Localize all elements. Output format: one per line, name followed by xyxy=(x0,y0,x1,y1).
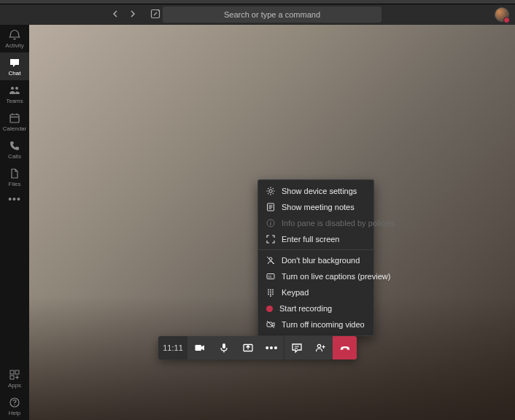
camera-icon xyxy=(194,342,206,354)
menu-keypad[interactable]: Keypad xyxy=(258,284,373,300)
svg-point-39 xyxy=(270,294,271,295)
record-icon xyxy=(266,306,273,312)
toggle-mic-button[interactable] xyxy=(212,336,236,359)
menu-fullscreen[interactable]: Enter full screen xyxy=(258,231,373,247)
menu-blur-background[interactable]: Don't blur background xyxy=(258,252,373,268)
title-bar: Search or type a command xyxy=(0,4,515,25)
nav-forward-button[interactable] xyxy=(127,10,139,19)
rail-apps[interactable]: Apps xyxy=(0,365,29,392)
more-icon: ••• xyxy=(0,195,29,203)
menu-separator xyxy=(258,249,373,250)
menu-label: Enter full screen xyxy=(282,235,339,244)
svg-line-18 xyxy=(273,193,274,194)
menu-start-recording[interactable]: Start recording xyxy=(258,300,373,316)
call-duration: 11:11 xyxy=(158,336,187,359)
menu-incoming-video[interactable]: Turn off incoming video xyxy=(258,316,373,332)
menu-live-captions[interactable]: cc Turn on live captions (preview) xyxy=(258,268,373,284)
video-off-icon xyxy=(266,320,275,329)
search-input[interactable]: Search or type a command xyxy=(163,7,382,23)
rail-help[interactable]: Help xyxy=(0,392,29,420)
menu-info-pane-disabled: Info pane is disabled by policies xyxy=(258,215,373,231)
svg-line-17 xyxy=(268,188,268,189)
rail-teams[interactable]: Teams xyxy=(0,80,29,108)
menu-label: Start recording xyxy=(279,304,332,313)
more-actions-button[interactable]: ••• xyxy=(260,336,284,359)
chat-icon xyxy=(291,342,303,354)
rail-label: Apps xyxy=(8,382,21,389)
app-rail: Activity Chat Teams Calendar Calls Files… xyxy=(0,25,29,420)
notes-icon xyxy=(266,203,275,211)
menu-device-settings[interactable]: Show device settings xyxy=(258,183,373,199)
show-conversation-button[interactable] xyxy=(284,336,309,359)
menu-label: Don't blur background xyxy=(282,256,360,265)
rail-activity[interactable]: Activity xyxy=(0,25,29,52)
fullscreen-icon xyxy=(266,235,275,244)
rail-label: Files xyxy=(9,181,21,187)
hangup-button[interactable] xyxy=(333,336,357,359)
svg-point-26 xyxy=(270,221,271,222)
info-icon xyxy=(266,219,275,228)
svg-point-41 xyxy=(270,295,271,297)
rail-label: Calls xyxy=(8,153,21,160)
nav-back-button[interactable] xyxy=(109,10,121,19)
svg-rect-7 xyxy=(10,370,14,374)
rail-label: Activity xyxy=(5,42,23,49)
svg-point-38 xyxy=(268,294,269,295)
captions-icon: cc xyxy=(266,272,275,281)
rail-label: Teams xyxy=(6,98,23,104)
more-icon: ••• xyxy=(266,342,279,354)
svg-rect-44 xyxy=(195,345,201,351)
svg-rect-3 xyxy=(10,114,19,122)
rail-label: Help xyxy=(9,410,20,416)
rail-more[interactable]: ••• xyxy=(0,191,29,208)
svg-point-12 xyxy=(269,190,272,192)
svg-rect-45 xyxy=(222,343,225,349)
menu-meeting-notes[interactable]: Show meeting notes xyxy=(258,199,373,215)
menu-label: Keypad xyxy=(282,288,309,297)
mic-icon xyxy=(218,342,230,354)
share-icon xyxy=(242,342,254,354)
svg-point-40 xyxy=(272,294,274,295)
people-icon xyxy=(315,342,327,354)
svg-point-50 xyxy=(317,344,320,347)
svg-point-1 xyxy=(11,87,14,90)
svg-point-37 xyxy=(272,292,274,293)
menu-label: Show device settings xyxy=(282,187,357,195)
keypad-icon xyxy=(266,288,275,297)
svg-line-19 xyxy=(273,188,274,189)
svg-point-34 xyxy=(272,289,274,291)
svg-point-32 xyxy=(268,289,269,291)
svg-point-11 xyxy=(14,404,15,405)
menu-label: Show meeting notes xyxy=(282,203,355,211)
svg-text:cc: cc xyxy=(268,274,273,279)
rail-label: Chat xyxy=(9,70,21,77)
svg-line-20 xyxy=(268,193,268,194)
svg-point-2 xyxy=(15,87,18,90)
menu-label: Turn on live captions (preview) xyxy=(282,272,390,281)
call-toolbar: 11:11 ••• xyxy=(158,336,357,359)
toggle-camera-button[interactable] xyxy=(187,336,212,359)
rail-files[interactable]: Files xyxy=(0,163,29,191)
new-chat-button[interactable] xyxy=(150,9,160,20)
rail-label: Calendar xyxy=(3,125,26,132)
menu-label: Turn off incoming video xyxy=(282,320,365,329)
presence-badge xyxy=(503,17,510,23)
more-actions-menu: Show device settings Show meeting notes … xyxy=(258,179,374,336)
share-screen-button[interactable] xyxy=(236,336,260,359)
hangup-icon xyxy=(338,341,352,354)
svg-point-33 xyxy=(270,289,271,291)
svg-point-36 xyxy=(270,292,271,293)
rail-calendar[interactable]: Calendar xyxy=(0,108,29,136)
blur-icon xyxy=(266,256,275,265)
svg-point-35 xyxy=(268,292,269,293)
svg-rect-9 xyxy=(10,376,14,379)
rail-calls[interactable]: Calls xyxy=(0,136,29,163)
gear-icon xyxy=(266,187,275,195)
show-participants-button[interactable] xyxy=(309,336,333,359)
svg-rect-8 xyxy=(15,370,19,374)
rail-chat[interactable]: Chat xyxy=(0,52,29,80)
menu-label: Info pane is disabled by policies xyxy=(282,219,395,228)
